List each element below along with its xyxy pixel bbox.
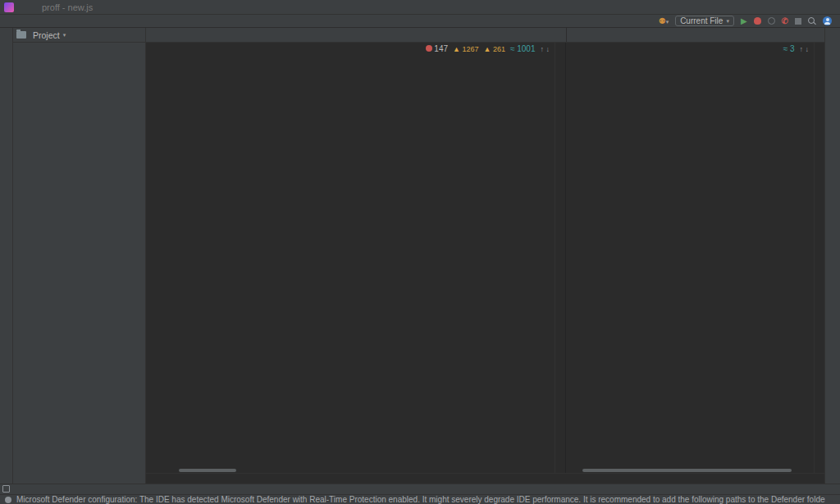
prev-next-arrows[interactable]: ↑ ↓ <box>799 45 809 53</box>
inspections-widget-right[interactable]: ≈ 3 ↑ ↓ <box>781 44 811 53</box>
editor-tabs-bar <box>146 28 824 43</box>
weak-warning-icon: ▲ 261 <box>484 45 505 53</box>
folder-icon <box>16 31 26 39</box>
right-tool-strip <box>824 28 840 484</box>
title-bar: proff - new.js <box>0 0 840 15</box>
error-stripe-right[interactable] <box>814 43 824 473</box>
event-icon <box>5 497 11 503</box>
tab-group-right <box>566 28 824 42</box>
chevron-down-icon[interactable]: ▾ <box>63 32 66 39</box>
debug-button[interactable] <box>754 17 761 25</box>
left-tool-strip <box>0 28 13 484</box>
tool-window-bar <box>0 484 840 494</box>
phpstorm-logo-icon <box>4 2 14 12</box>
phone-icon[interactable]: ✆ <box>782 16 788 25</box>
profiler-button[interactable] <box>768 17 775 25</box>
hscrollbar-right[interactable] <box>582 469 792 472</box>
editor-right-pane[interactable]: ≈ 3 ↑ ↓ <box>566 43 824 473</box>
window-title: proff - new.js <box>42 2 93 12</box>
project-panel-title[interactable]: Project <box>33 30 60 40</box>
warning-icon: ▲ 1267 <box>453 45 478 53</box>
status-message[interactable]: Microsoft Defender configuration: The ID… <box>16 495 825 504</box>
run-toolbar: ⚉▾ Current File▾ ▶ ✆ <box>659 16 840 26</box>
typo-icon: ≈ 3 <box>783 44 795 53</box>
prev-next-arrows[interactable]: ↑ ↓ <box>540 45 550 53</box>
typo-icon: ≈ 1001 <box>510 44 536 53</box>
status-bar: Microsoft Defender configuration: The ID… <box>0 494 840 504</box>
error-stripe-left[interactable] <box>555 43 565 473</box>
code-with-me-icon[interactable]: ⚉▾ <box>659 16 669 25</box>
chevron-down-icon: ▾ <box>726 16 729 26</box>
element-breadcrumbs-bar <box>146 473 824 484</box>
search-icon[interactable] <box>808 17 816 25</box>
project-panel: Project ▾ <box>13 28 146 484</box>
hscrollbar-left[interactable] <box>179 469 236 472</box>
project-panel-header: Project ▾ <box>13 28 145 43</box>
stop-button[interactable] <box>795 18 801 25</box>
run-button[interactable]: ▶ <box>741 16 747 26</box>
navigation-bar: ⚉▾ Current File▾ ▶ ✆ <box>0 15 840 28</box>
avatar[interactable] <box>823 16 832 25</box>
ide-window: proff - new.js ⚉▾ Current File▾ ▶ ✆ Proj… <box>0 0 840 504</box>
project-tree <box>13 43 145 484</box>
error-icon <box>426 45 432 52</box>
editor-left-pane[interactable]: 147 ▲ 1267 ▲ 261 ≈ 1001 ↑ ↓ <box>146 43 566 473</box>
run-config-select[interactable]: Current File▾ <box>675 16 734 26</box>
toolwindow-switcher-icon[interactable] <box>2 485 10 493</box>
inspections-widget-left[interactable]: 147 ▲ 1267 ▲ 261 ≈ 1001 ↑ ↓ <box>423 44 552 53</box>
tab-group-left <box>146 28 566 42</box>
